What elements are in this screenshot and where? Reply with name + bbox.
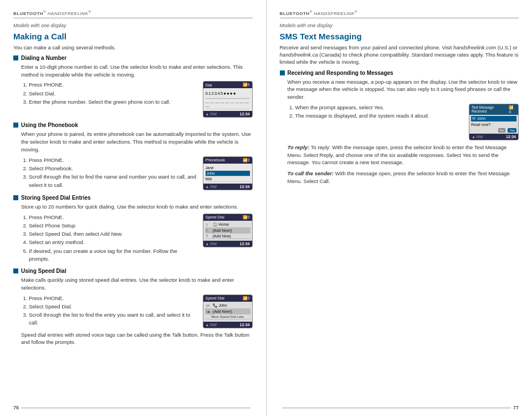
blue-square-receiving <box>280 70 285 75</box>
sup-right: ® <box>310 10 313 13</box>
sms-screen-top: Text Message Received 📶0 <box>469 104 518 115</box>
left-header-text: BLUETOOTH® HANDSFREELINK® <box>13 10 91 16</box>
speed-store-steps-area: Press PHONE. Select Phone Setup Select S… <box>21 214 253 264</box>
sms-no-btn: No <box>498 128 506 133</box>
subsection-receiving: Receiving and Responding to Messages Whe… <box>280 70 519 185</box>
phonebook-screen: Phonebook 📶0 Jane John Mat ▲ NW 12:34 <box>203 156 253 190</box>
call-note: To call the sender: With the message ope… <box>288 170 519 185</box>
sms-yes-btn: Yes <box>508 128 516 133</box>
right-page-number: 77 <box>513 405 519 410</box>
using-sd-step-1: Press PHONE. <box>29 295 198 302</box>
pb-row-mat: Mat <box>206 176 250 182</box>
dial-screen: Dial 📶0 012345●●●● — — — — — — — — — — ▲… <box>203 81 253 118</box>
sup2-left: ® <box>88 10 91 13</box>
right-section-title: SMS Text Messaging <box>280 32 519 41</box>
subsection-title-dialing: Dialing a Number <box>13 55 253 61</box>
dial-row: — — — — — — — — — — <box>206 100 250 109</box>
usd-item-1: 14 📞 John <box>205 303 250 309</box>
subsection-body-dialing: Enter a 10-digit phone number to call. U… <box>21 63 253 79</box>
link-us: handsfreelink.com <box>453 44 496 50</box>
dial-screen-top: Dial 📶0 <box>203 82 252 88</box>
sms-screen-content: ✉ John Read now? No Yes <box>469 115 518 134</box>
receiving-steps-list: When the prompt appears, select Yes. The… <box>288 104 465 121</box>
using-sd-steps-area: Press PHONE. Select Speed Dial. Scroll t… <box>21 295 253 328</box>
link-ca: handsfreelink.ca <box>280 52 318 58</box>
receiving-step-1: When the prompt appears, select Yes. <box>295 104 465 111</box>
dialing-step-2: Select Dial. <box>29 90 198 98</box>
subsection-phonebook: Using the Phonebook When your phone is p… <box>13 122 253 190</box>
sup2-right: ® <box>355 10 357 13</box>
reply-note: To reply: To reply: With the message ope… <box>288 144 519 166</box>
sms-from: ✉ John <box>471 116 516 121</box>
speed-store-screen-bottom: ▲ NW 12:34 <box>203 241 252 247</box>
subsection-body-speed-store: Store up to 20 numbers for quick dialing… <box>21 203 253 211</box>
speed-store-step-4: Select an entry method. <box>29 239 198 246</box>
dialing-steps-list: Press PHONE. Select Dial. Enter the phon… <box>21 81 198 106</box>
using-sd-steps-list: Press PHONE. Select Speed Dial. Scroll t… <box>21 295 198 328</box>
speed-store-steps-list: Press PHONE. Select Phone Setup Select S… <box>21 214 198 264</box>
phonebook-step-2: Select Phonebook. <box>29 165 198 173</box>
receiving-step-2: The message is displayed, and the system… <box>295 112 465 120</box>
phonebook-screen-top: Phonebook 📶0 <box>203 157 252 164</box>
reply-label: To reply: <box>288 144 310 150</box>
sms-yes-no-buttons: No Yes <box>471 128 516 133</box>
sup-left: ® <box>43 10 46 13</box>
dialing-step-3: Enter the phone number. Select the green… <box>29 98 198 106</box>
dialing-steps-area: Press PHONE. Select Dial. Enter the phon… <box>21 81 253 118</box>
subsection-body-receiving: When you receive a new message, a pop-up… <box>288 78 519 101</box>
subsection-using-speed-dial: Using Speed Dial Make calls quickly usin… <box>13 268 253 346</box>
subsection-title-receiving: Receiving and Responding to Messages <box>280 70 519 76</box>
sd-item-3: 3 (Add New) <box>205 234 250 239</box>
subsection-title-speed-dial-store: Storing Speed Dial Entries <box>13 195 253 201</box>
brand-left: BLUETOOTH <box>13 11 43 16</box>
left-page-number: 76 <box>13 405 19 410</box>
using-sd-ol: Press PHONE. Select Speed Dial. Scroll t… <box>21 295 198 327</box>
phonebook-screen-content: Jane John Mat <box>203 164 252 184</box>
blue-square-using-sd <box>13 268 18 273</box>
right-header: BLUETOOTH® HANDSFREELINK® <box>280 10 519 18</box>
using-sd-screen-content: 14 📞 John 1▶ (Add New!) More Speed Dial … <box>203 302 252 322</box>
subsection-body-using-sd: Make calls quickly using stored speed di… <box>21 276 253 292</box>
dial-divider <box>206 98 250 99</box>
right-header-text: BLUETOOTH® HANDSFREELINK® <box>280 10 357 16</box>
blue-square-dialing <box>13 55 18 60</box>
subsection-body-phonebook: When your phone is paired, its entire ph… <box>21 130 253 153</box>
speed-store-step-1: Press PHONE. <box>29 214 198 221</box>
pb-row-john: John <box>206 171 250 176</box>
using-sd-screen-top: Speed Dial 📶0 <box>203 295 252 302</box>
dial-screen-bottom: ▲ NW 12:34 <box>203 111 252 117</box>
using-sd-step-2: Select Speed Dial. <box>29 303 198 311</box>
speed-store-step-2: Select Phone Setup <box>29 222 198 230</box>
left-header: BLUETOOTH® HANDSFREELINK® <box>13 10 253 18</box>
call-label: To call the sender: <box>288 170 334 176</box>
speed-store-screen-content: 1 🏠 Home 2 (Add New!) 3 (Add New) <box>203 221 252 241</box>
right-section-intro: Receive and send messages from your pair… <box>280 44 519 66</box>
title-left: HANDSFREELINK <box>48 11 89 16</box>
sms-screen: Text Message Received 📶0 ✉ John Read now… <box>469 104 519 140</box>
speed-store-ol: Press PHONE. Select Phone Setup Select S… <box>21 214 198 263</box>
subsection-dialing: Dialing a Number Enter a 10-digit phone … <box>13 55 253 118</box>
sms-screen-bottom: ▲ NW 12:34 <box>469 134 518 140</box>
using-sd-footer-note: Speed dial entries with stored voice tag… <box>21 331 253 347</box>
page-container: BLUETOOTH® HANDSFREELINK® Models with on… <box>0 0 532 416</box>
receiving-steps-area: When the prompt appears, select Yes. The… <box>288 104 519 140</box>
left-section-title: Making a Call <box>13 32 253 41</box>
left-footer-line <box>21 408 250 408</box>
sd-item-2: 2 (Add New!) <box>205 228 250 234</box>
title-right: HANDSFREELINK <box>314 11 355 16</box>
blue-square-phonebook <box>13 123 18 128</box>
using-sd-step-3: Scroll through the list to find the entr… <box>29 311 198 327</box>
receiving-ol: When the prompt appears, select Yes. The… <box>288 104 465 120</box>
speed-store-screen: Speed Dial 📶0 1 🏠 Home 2 (Add New!) <box>203 214 253 247</box>
speed-store-step-3: Select Speed Dial, then select Add New. <box>29 230 198 238</box>
speed-store-step-5: If desired, you can create a voice tag f… <box>29 247 198 263</box>
left-column: BLUETOOTH® HANDSFREELINK® Models with on… <box>0 0 266 416</box>
reply-text: To reply: With the message open, press t… <box>288 144 507 166</box>
subsection-title-phonebook: Using the Phonebook <box>13 122 253 128</box>
phonebook-ol: Press PHONE. Select Phonebook. Scroll th… <box>21 156 198 189</box>
using-sd-screen-bottom: ▲ NW 12:34 <box>203 322 252 328</box>
dial-number: 012345●●●● <box>206 90 250 97</box>
speed-store-screen-top: Speed Dial 📶0 <box>203 214 252 221</box>
left-models-label: Models with one display <box>13 23 253 28</box>
dialing-ol: Press PHONE. Select Dial. Enter the phon… <box>21 81 198 106</box>
